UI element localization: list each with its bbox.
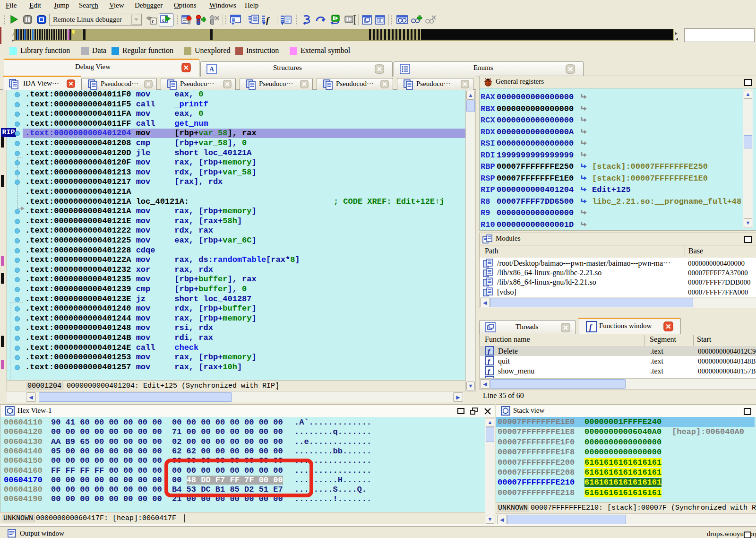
svg-text:A: A bbox=[209, 66, 215, 73]
svg-text:c: c bbox=[152, 18, 155, 25]
svg-text:c: c bbox=[162, 17, 164, 23]
svg-text:f: f bbox=[266, 15, 270, 25]
